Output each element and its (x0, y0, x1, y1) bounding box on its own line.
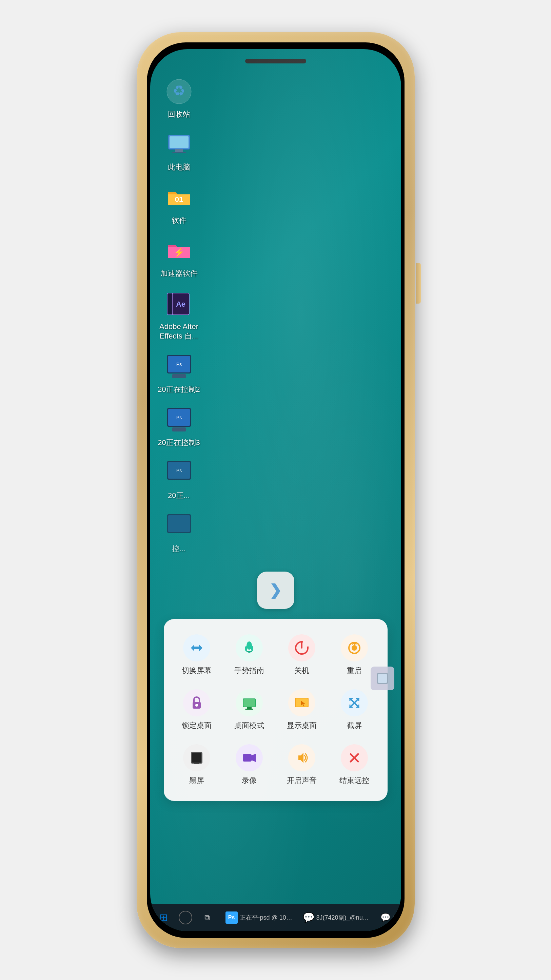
desktop-icons-container: ♻ 回收站 此电脑 (157, 76, 201, 554)
svg-point-33 (352, 645, 357, 651)
collapse-button[interactable]: ❯ (257, 571, 294, 609)
windows-start-icon: ⊞ (156, 910, 171, 925)
desktop-mode-label: 桌面模式 (234, 721, 264, 731)
record-label: 录像 (242, 775, 257, 786)
extra-icon (371, 667, 394, 690)
svg-rect-20 (172, 427, 186, 431)
adobe-ae-label: Adobe After Effects 自... (157, 322, 201, 341)
record-button[interactable]: 录像 (224, 739, 275, 791)
this-pc-icon[interactable]: 此电脑 (157, 129, 201, 172)
control2-icon[interactable]: Ps 20正在控制2 (157, 352, 201, 395)
screen: ♻ 回收站 此电脑 (150, 49, 401, 931)
svg-rect-4 (175, 149, 183, 152)
lock-desktop-label: 锁定桌面 (182, 721, 211, 731)
wechat2-taskbar-item[interactable]: 💬 微信共80版 (375, 909, 401, 926)
svg-rect-5 (172, 152, 186, 153)
quick-action-panel: 切换屏幕 手势指南 (164, 619, 387, 801)
end-remote-button[interactable]: 结束远控 (329, 739, 380, 791)
software-label: 软件 (171, 216, 186, 226)
control4-label: 20正... (168, 491, 190, 501)
quick-panel-row-2: 锁定桌面 桌面模式 (171, 684, 381, 736)
enable-sound-label: 开启声音 (287, 775, 317, 786)
svg-text:01: 01 (175, 195, 183, 204)
lock-desktop-button[interactable]: 锁定桌面 (171, 684, 222, 736)
svg-text:⚡: ⚡ (174, 247, 185, 258)
svg-text:Ps: Ps (176, 362, 181, 367)
desktop-mode-button[interactable]: 桌面模式 (224, 684, 275, 736)
ps-icon: Ps (225, 912, 238, 924)
control3-label: 20正在控制3 (158, 438, 200, 448)
show-desktop-label: 显示桌面 (287, 721, 317, 731)
svg-rect-38 (247, 707, 252, 709)
svg-rect-27 (248, 642, 251, 649)
svg-text:Ps: Ps (176, 415, 181, 420)
control5-icon[interactable]: 控... (157, 511, 201, 554)
task-view-icon: ⧉ (200, 910, 214, 925)
svg-rect-39 (245, 709, 253, 710)
start-button[interactable]: ⊞ (154, 909, 174, 926)
wechat-icon: 💬 (302, 910, 316, 925)
end-remote-label: 结束远控 (340, 775, 369, 786)
adobe-ae-icon[interactable]: Ae Adobe After Effects 自... (157, 289, 201, 341)
screenshot-label: 截屏 (347, 721, 362, 731)
switch-screen-button[interactable]: 切换屏幕 (171, 629, 222, 681)
phone-frame: ♻ 回收站 此电脑 (137, 32, 415, 948)
wechat-taskbar-item[interactable]: 💬 3J(7420副)_@nua... (299, 909, 373, 926)
gesture-guide-button[interactable]: 手势指南 (224, 629, 275, 681)
show-desktop-button[interactable]: 显示桌面 (276, 684, 327, 736)
ps-taskbar-label: 正在平-psd @ 100... (240, 913, 294, 922)
screenshot-button[interactable]: 截屏 (329, 684, 380, 736)
search-circle-icon (179, 911, 192, 924)
svg-rect-55 (243, 754, 252, 762)
control4-icon[interactable]: Ps 20正... (157, 458, 201, 501)
this-pc-label: 此电脑 (168, 162, 190, 172)
svg-rect-28 (245, 646, 247, 651)
control5-label: 控... (172, 544, 186, 554)
svg-rect-53 (192, 753, 202, 762)
control3-icon[interactable]: Ps 20正在控制3 (157, 405, 201, 448)
black-screen-button[interactable]: 黑屏 (171, 739, 222, 791)
restart-label: 重启 (347, 665, 362, 676)
software-folder-icon[interactable]: 01 软件 (157, 183, 201, 226)
svg-rect-15 (172, 374, 186, 378)
accelerator-icon[interactable]: ⚡ 加速器软件 (157, 235, 201, 278)
svg-text:Ps: Ps (176, 468, 181, 473)
wechat2-taskbar-label: 微信共80版 (393, 913, 401, 922)
accelerator-label: 加速器软件 (160, 269, 198, 278)
control2-label: 20正在控制2 (158, 385, 200, 395)
quick-panel-row-1: 切换屏幕 手势指南 (171, 629, 381, 681)
shutdown-label: 关机 (294, 665, 309, 676)
power-button[interactable] (416, 263, 421, 304)
enable-sound-button[interactable]: 开启声音 (276, 739, 327, 791)
phone-inner: ♻ 回收站 此电脑 (147, 42, 405, 938)
quick-panel-row-3: 黑屏 录像 (171, 739, 381, 791)
speaker (245, 59, 306, 64)
svg-rect-25 (168, 515, 190, 532)
svg-rect-59 (378, 674, 387, 683)
search-button[interactable] (176, 910, 195, 926)
shutdown-button[interactable]: 关机 (276, 629, 327, 681)
wechat-taskbar-label: 3J(7420副)_@nua... (316, 913, 371, 922)
task-view-button[interactable]: ⧉ (197, 909, 218, 926)
switch-screen-label: 切换屏幕 (182, 665, 211, 676)
svg-rect-3 (170, 136, 189, 148)
chevron-down-icon: ❯ (269, 581, 282, 599)
taskbar: ⊞ ⧉ Ps 正在平-psd @ 100... 💬 (150, 904, 401, 931)
recycle-bin-label: 回收站 (168, 110, 190, 119)
wechat2-icon: 💬 (378, 910, 393, 925)
svg-rect-37 (243, 699, 255, 706)
svg-text:♻: ♻ (173, 83, 186, 99)
svg-rect-54 (194, 763, 199, 764)
gesture-guide-label: 手势指南 (234, 665, 264, 676)
black-screen-label: 黑屏 (189, 775, 204, 786)
recycle-bin-icon[interactable]: ♻ 回收站 (157, 76, 201, 119)
ps-taskbar-item[interactable]: Ps 正在平-psd @ 100... (223, 910, 297, 925)
svg-point-35 (195, 704, 198, 706)
svg-rect-29 (251, 646, 253, 651)
svg-text:Ae: Ae (176, 300, 185, 309)
